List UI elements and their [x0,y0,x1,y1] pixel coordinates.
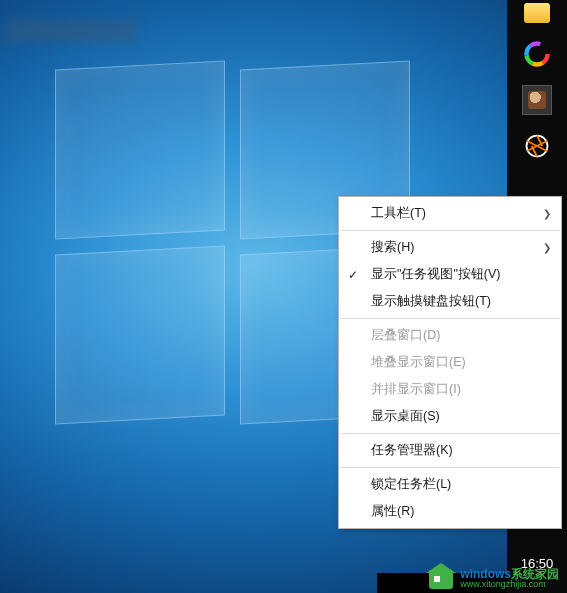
menu-item-label: 显示桌面(S) [371,408,440,425]
menu-item[interactable]: 锁定任务栏(L) [339,471,561,498]
color-wheel-icon[interactable] [522,39,552,69]
watermark-url: www.xitongzhijia.com [460,580,559,589]
app-avatar-icon[interactable] [522,85,552,115]
menu-item[interactable]: 搜索(H)❯ [339,234,561,261]
check-icon: ✓ [348,268,358,282]
menu-separator [341,230,559,231]
menu-item: 层叠窗口(D) [339,322,561,349]
menu-item-label: 工具栏(T) [371,205,426,222]
menu-item[interactable]: 显示桌面(S) [339,403,561,430]
house-icon [426,567,456,589]
menu-item: 堆叠显示窗口(E) [339,349,561,376]
menu-item-label: 堆叠显示窗口(E) [371,354,466,371]
menu-item[interactable]: 属性(R) [339,498,561,525]
menu-item-label: 搜索(H) [371,239,414,256]
chevron-right-icon: ❯ [543,208,551,219]
menu-separator [341,318,559,319]
menu-separator [341,467,559,468]
taskbar-context-menu: 工具栏(T)❯搜索(H)❯✓显示"任务视图"按钮(V)显示触摸键盘按钮(T)层叠… [338,196,562,529]
menu-item-label: 任务管理器(K) [371,442,453,459]
menu-item[interactable]: 工具栏(T)❯ [339,200,561,227]
menu-item[interactable]: ✓显示"任务视图"按钮(V) [339,261,561,288]
menu-item-label: 显示触摸键盘按钮(T) [371,293,491,310]
menu-item-label: 锁定任务栏(L) [371,476,451,493]
menu-item[interactable]: 显示触摸键盘按钮(T) [339,288,561,315]
desktop[interactable]: 16:50 工具栏(T)❯搜索(H)❯✓显示"任务视图"按钮(V)显示触摸键盘按… [0,0,567,593]
chevron-right-icon: ❯ [543,242,551,253]
menu-item-label: 层叠窗口(D) [371,327,440,344]
blurred-region [6,20,136,42]
menu-item-label: 属性(R) [371,503,414,520]
watermark: windows系统家园 www.xitongzhijia.com [426,567,559,589]
menu-item: 并排显示窗口(I) [339,376,561,403]
menu-item[interactable]: 任务管理器(K) [339,437,561,464]
menu-separator [341,433,559,434]
menu-item-label: 并排显示窗口(I) [371,381,461,398]
menu-item-label: 显示"任务视图"按钮(V) [371,266,501,283]
file-explorer-icon[interactable] [524,3,550,23]
aperture-icon[interactable] [522,131,552,161]
